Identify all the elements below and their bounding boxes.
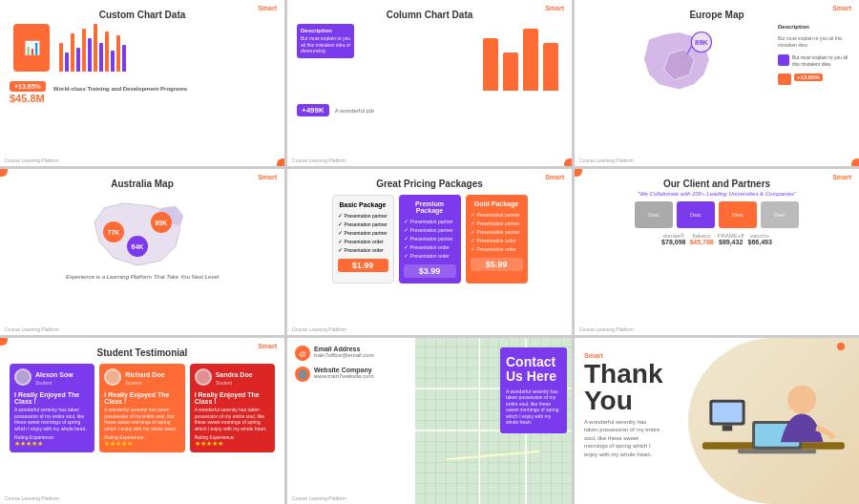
slide1-corner-dot	[277, 158, 284, 166]
slide1-desc: World-class Training and Development Pro…	[53, 86, 187, 94]
slide3-source: Course Learning Platform	[579, 158, 634, 163]
pkg-gold-item3: ✓Presentation partner	[471, 228, 523, 235]
slide-grid: Smart Custom Chart Data 📊	[0, 0, 859, 504]
testimonial-3-heading: I Really Enjoyed The Class !	[195, 391, 270, 405]
testimonial-1-heading: I Really Enjoyed The Class !	[14, 391, 90, 405]
website-label: Website Company	[314, 367, 374, 373]
slide2-badge: Smart	[545, 5, 564, 11]
thankyou-photo	[688, 338, 859, 504]
pkg-premium-item3: ✓Presentation partner	[404, 235, 456, 242]
slide2-source: Course Learning Platform	[292, 158, 346, 163]
slide-custom-chart: Smart Custom Chart Data 📊	[0, 0, 284, 166]
slide2-stat-sub: A wonderful job	[335, 108, 374, 114]
partner-2: Desc	[677, 201, 715, 228]
slide1-title: Custom Chart Data	[10, 10, 275, 20]
svg-point-16	[788, 386, 817, 414]
slide3-prog-desc1: But must explain to you all this mistake…	[778, 35, 849, 48]
slide9-smart-label: Smart	[584, 352, 662, 359]
pkg-gold-price: $5.99	[471, 258, 523, 271]
slide5-title: Great Pricing Packages	[297, 178, 562, 189]
slide3-stat: +13.65%	[794, 74, 823, 81]
slide-column-chart: Smart Column Chart Data Description But …	[287, 0, 572, 166]
stats-row: donate® $78,098 flakeco $45,788 FRAME+8 …	[584, 233, 849, 245]
svg-rect-12	[738, 450, 816, 453]
bar8	[99, 43, 103, 72]
stat-flake-amount: $45,788	[689, 239, 713, 245]
svg-rect-14	[713, 403, 743, 423]
contact-left-panel: Smart @ Email Address train7office@email…	[287, 338, 415, 504]
thankyou-desc: A wonderful serenity has taken possessio…	[584, 418, 660, 458]
stat-frame: FRAME+8 $89,432	[718, 233, 744, 245]
partners-container: Desc Desc Desc Desc	[584, 201, 849, 228]
svg-text:64K: 64K	[132, 243, 144, 250]
pkg-premium-item2: ✓Presentation partner	[404, 226, 456, 233]
testimonial-1-stars: ★★★★★	[14, 440, 90, 448]
slide6-source: Course Learning Platform	[579, 326, 634, 332]
slide6-corner-dot	[575, 169, 582, 177]
bar10	[111, 51, 115, 72]
person-desk-svg	[688, 338, 859, 504]
slide6-subtitle: "We Collaborate with 200+ Leading Univer…	[584, 191, 849, 197]
stat-donate-amount: $78,098	[661, 239, 685, 245]
stat-vaccin-amount: $66,493	[748, 239, 772, 245]
slide7-corner-dot	[0, 338, 8, 346]
testimonial-3: Sandra Doe Student I Really Enjoyed The …	[190, 364, 275, 452]
slide4-source: Course Learning Platform	[5, 326, 59, 332]
partner-3: Desc	[719, 201, 757, 228]
partner-1: Desc	[635, 201, 673, 228]
thankyou-line2: You	[584, 388, 662, 414]
contact-email-item: @ Email Address train7office@email.com	[295, 346, 408, 361]
slide4-title: Australia Map	[10, 178, 275, 189]
svg-rect-15	[723, 425, 732, 430]
slide-clients: Smart Our Client and Partners "We Collab…	[575, 169, 859, 335]
avatar-1	[14, 368, 31, 386]
bar3	[71, 33, 74, 72]
pkg-premium-price: $3.99	[404, 264, 456, 278]
email-value: train7office@email.com	[314, 352, 374, 358]
package-premium: Premium Package ✓Presentation partner ✓P…	[399, 195, 461, 284]
pkg-basic-item2: ✓Presentation partner	[338, 220, 388, 227]
slide4-quote: Experience is a Learning Platform That T…	[10, 274, 275, 280]
pkg-basic-item1: ✓Presentation partner	[338, 212, 388, 219]
bar12	[122, 45, 126, 72]
packages-container: Basic Package ✓Presentation partner ✓Pre…	[297, 195, 562, 284]
map-area: Contact Us Here A wonderful serenity has…	[415, 338, 572, 504]
slide4-corner-dot	[0, 169, 8, 177]
website-value: www.train7website.com	[314, 373, 374, 379]
pkg-basic-item5: ✓Presentation order	[338, 246, 388, 253]
slide4-badge: Smart	[258, 174, 277, 180]
slide-australia-map: Smart Australia Map 77K 64K 89K Experien…	[0, 169, 284, 335]
bar6	[88, 38, 92, 72]
slide-testimonial: Smart Student Testimonial Alexon Sow Stu…	[0, 338, 284, 504]
testimonial-2-text: A wonderful serenity has taken possessio…	[104, 407, 179, 431]
slide5-source: Course Learning Platform	[292, 326, 346, 332]
slide3-desc2-text: But must explain to you all this mistake…	[792, 54, 849, 67]
svg-text:77K: 77K	[108, 229, 120, 236]
col-bar3	[523, 29, 538, 91]
slide1-badge: Smart	[258, 5, 277, 11]
slide7-source: Course Learning Platform	[5, 495, 59, 501]
testimonials-container: Alexon Sow Student I Really Enjoyed The …	[10, 364, 275, 452]
pkg-basic-price: $1.99	[338, 259, 388, 272]
slide2-stat: +499K	[297, 104, 329, 116]
australia-map-svg: 77K 64K 89K	[80, 189, 204, 275]
testimonial-3-name: Sandra Doe	[216, 371, 253, 378]
thankyou-line1: Thank	[584, 361, 662, 388]
europe-map-svg: 89K	[584, 24, 774, 105]
package-gold: Gold Package ✓Presentation partner ✓Pres…	[466, 195, 528, 284]
email-icon: @	[295, 346, 310, 361]
pkg-basic-item3: ✓Presentation partner	[338, 229, 388, 236]
svg-text:89K: 89K	[695, 38, 708, 47]
testimonial-3-stars: ★★★★★	[195, 440, 270, 448]
bar4	[76, 48, 80, 72]
pkg-gold-item4: ✓Presentation order	[471, 237, 523, 243]
email-label: Email Address	[314, 346, 374, 352]
slide-europe-map: Smart Europe Map 89K Description But mus…	[575, 0, 859, 166]
testimonial-1-role: Student	[35, 380, 73, 386]
slide7-title: Student Testimonial	[10, 347, 275, 358]
slide9-orange-dot	[837, 343, 845, 350]
slide3-icon1	[778, 54, 789, 66]
stat-frame-amount: $89,432	[718, 239, 744, 245]
thankyou-left: Smart Thank You A wonderful serenity has…	[584, 352, 662, 458]
slide3-prog-desc: Description	[778, 24, 849, 30]
